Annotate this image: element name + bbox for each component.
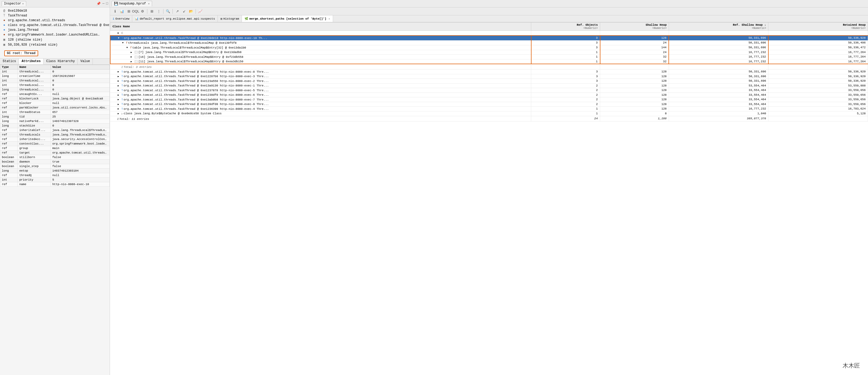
tab-class-hierarchy[interactable]: Class Hierarchy (43, 59, 78, 64)
taskthread-item[interactable]: T TaskThread (0, 13, 110, 18)
expand-btn[interactable]: ⊞ (149, 8, 155, 14)
table-row[interactable]: ΣTotal: 3 entries (110, 64, 868, 69)
tree-toggle[interactable]: ▶ (118, 70, 121, 73)
attr-row[interactable]: refcontextClas...org.springframework.boo… (0, 142, 110, 146)
table-row[interactable]: ▼Torg.apache.tomcat.util.threads.TaskThr… (110, 35, 868, 40)
attr-row[interactable]: booleansingle_stepfalse (0, 164, 110, 169)
class-item[interactable]: ● class org.apache.tomcat.util.threads.T… (0, 23, 110, 28)
tree-toggle[interactable]: ▶ (118, 94, 121, 96)
open-btn[interactable]: 📂 (188, 8, 194, 14)
tree-toggle[interactable]: ▶ (131, 51, 134, 54)
tree-toggle[interactable]: ▶ (118, 108, 121, 110)
attr-row[interactable]: longthreadLocal...0 (0, 88, 110, 92)
pkg-item[interactable]: ● org.apache.tomcat.util.threads (0, 18, 110, 23)
col-ref-shallow-heap[interactable]: Ref. Shallow Heap ↓<Numeric> (669, 23, 768, 31)
tab-attributes[interactable]: Attributes (19, 59, 43, 64)
tree-toggle[interactable]: ▼ (126, 47, 130, 49)
table-btn[interactable]: ⊞ (126, 8, 132, 14)
attr-row[interactable]: longeetop140374912303104 (0, 169, 110, 173)
table-row[interactable]: ▶[][7] java.lang.ThreadLocal$ThreadLocal… (110, 50, 868, 55)
group-btn[interactable]: ⋮ (156, 8, 162, 14)
minimize-icon[interactable]: ─ (102, 2, 104, 6)
attr-row[interactable]: refuncaughtEx...null (0, 92, 110, 96)
tree-toggle[interactable]: ▶ (118, 103, 121, 106)
attr-row[interactable]: refinheritedAcc...java.security.AccessCo… (0, 137, 110, 142)
import-btn[interactable]: ↙ (181, 8, 187, 14)
retained-size-item[interactable]: ▣ 50,336,928 (retained size) (0, 42, 110, 47)
attr-row[interactable]: refparkBlockerjava.util.concurrent.locks… (0, 106, 110, 110)
info-btn[interactable]: ℹ (112, 8, 118, 14)
tree-toggle[interactable]: ▶ (118, 32, 121, 34)
shallow-size-item[interactable]: ▣ 128 (shallow size) (0, 37, 110, 42)
maximize-icon[interactable]: □ (106, 2, 108, 6)
inspector-tab[interactable]: Inspector ✕ (2, 1, 26, 6)
bar-chart-btn[interactable]: 📊 (119, 8, 125, 14)
sql-btn[interactable]: OQL (133, 8, 138, 14)
table-row[interactable]: ▶Torg.apache.tomcat.util.threads.TaskThr… (110, 69, 868, 74)
table-row[interactable]: ▶[][16] java.lang.ThreadLocal$ThreadLoca… (110, 55, 868, 59)
attr-row[interactable]: longnativeParkE...140374912307328 (0, 119, 110, 123)
attr-row[interactable]: refthreadLocalsjava.lang.ThreadLocal$Thr… (0, 133, 110, 137)
col-class-name[interactable]: Class Name (110, 23, 531, 31)
table-row[interactable]: ▼ftable java.lang.ThreadLocal$ThreadLoca… (110, 45, 868, 50)
attr-row[interactable]: refnamehttp-nio-8080-exec-10 (0, 182, 110, 187)
tab-histogram[interactable]: ▦ Histogram (218, 16, 242, 22)
table-row[interactable]: ▶Torg.apache.tomcat.util.threads.TaskThr… (110, 79, 868, 84)
gear-btn[interactable]: ⚙ (140, 8, 146, 14)
tree-toggle[interactable]: ▶ (118, 84, 121, 87)
table-row[interactable]: ΣTotal: 11 entries 24 1,288 385,877,376 (110, 116, 868, 121)
table-row[interactable]: ▶▷class java.lang.Byte$ByteCache @ 0xe0e… (110, 111, 868, 116)
attr-row[interactable]: refblockerLockjava.lang.Object @ 0xe13ad… (0, 96, 110, 101)
heapdump-close[interactable]: ✕ (148, 2, 150, 5)
chart2-btn[interactable]: 📈 (197, 8, 203, 14)
export-btn[interactable]: ↗ (174, 8, 180, 14)
tab-default-report[interactable]: 📊 default_report org.eclipse.mat.api:sus… (132, 16, 218, 22)
attr-row[interactable]: intthreadLocal...0 (0, 79, 110, 83)
attr-row[interactable]: refblockernull (0, 101, 110, 106)
col-retained-heap[interactable]: Retained Heap<Numeric> (768, 23, 868, 31)
tab-overview[interactable]: i Overview (110, 16, 132, 22)
tree-toggle[interactable]: ▶ (118, 89, 121, 92)
table-row[interactable]: ▶C (110, 31, 868, 35)
table-row[interactable]: ▶Torg.apache.tomcat.util.threads.TaskThr… (110, 92, 868, 97)
tree-toggle[interactable]: ▼ (122, 41, 125, 44)
table-row[interactable]: ▶Torg.apache.tomcat.util.threads.TaskThr… (110, 74, 868, 79)
attr-row[interactable]: refgroupmain (0, 146, 110, 151)
tab-merge-shortest[interactable]: 🌿 merge_shortest_paths [selection of 'By… (242, 16, 333, 22)
tree-toggle[interactable]: ▶ (118, 75, 121, 78)
table-row[interactable]: ▶Torg.apache.tomcat.util.threads.TaskThr… (110, 97, 868, 102)
attr-row[interactable]: intthreadStatus657 (0, 110, 110, 115)
tab-value[interactable]: Value (78, 59, 93, 64)
inspector-tab-close[interactable]: ✕ (22, 2, 24, 5)
attr-row[interactable]: refthreadQnull (0, 173, 110, 178)
merge-close[interactable]: ✕ (329, 17, 330, 21)
tree-toggle[interactable]: ▶ (118, 80, 121, 83)
attr-row[interactable]: refinheritableT...java.lang.ThreadLocal$… (0, 128, 110, 133)
tree-toggle[interactable]: ▶ (131, 60, 134, 63)
table-row[interactable]: ▼fthreadLocals java.lang.ThreadLocal$Thr… (110, 40, 868, 45)
table-row[interactable]: ▶Torg.apache.tomcat.util.threads.TaskThr… (110, 107, 868, 111)
attr-row[interactable]: reftargetorg.apache.tomcat.util.threads.… (0, 151, 110, 155)
tree-toggle[interactable]: ▼ (118, 37, 121, 39)
attr-row[interactable]: longstackSize0 (0, 123, 110, 128)
attr-row[interactable]: booleandaemontrue (0, 160, 110, 164)
heapdump-tab[interactable]: 💾 heapdump.hprof ✕ (112, 1, 152, 6)
addr-item[interactable]: @ 0xe139de18 (0, 8, 110, 13)
tree-toggle[interactable]: ▶ (118, 98, 121, 101)
attr-row[interactable]: booleanstillbornfalse (0, 155, 110, 160)
loader-item[interactable]: ● org.springframework.boot.loader.Launch… (0, 32, 110, 37)
attr-row[interactable]: longtid25 (0, 115, 110, 119)
lang-item[interactable]: ● java.lang.Thread (0, 28, 110, 32)
col-ref-objects[interactable]: Ref. Objects<Numeric> (531, 23, 600, 31)
tab-statics[interactable]: Statics (0, 59, 19, 64)
attr-row[interactable]: intpriority5 (0, 178, 110, 182)
col-shallow-heap[interactable]: Shallow Heap<Numeric> (600, 23, 669, 31)
tree-toggle[interactable]: ▶ (118, 112, 121, 115)
tree-toggle[interactable]: ▶ (131, 55, 134, 58)
search-btn[interactable]: 🔍 (165, 8, 171, 14)
attr-row[interactable]: intthreadLocal...0 (0, 83, 110, 88)
table-row[interactable]: ▶Torg.apache.tomcat.util.threads.TaskThr… (110, 83, 868, 88)
attr-row[interactable]: longcreationTime1587262815607 (0, 74, 110, 79)
pin-icon[interactable]: 📌 (96, 2, 101, 6)
table-row[interactable]: ▶Torg.apache.tomcat.util.threads.TaskThr… (110, 88, 868, 93)
